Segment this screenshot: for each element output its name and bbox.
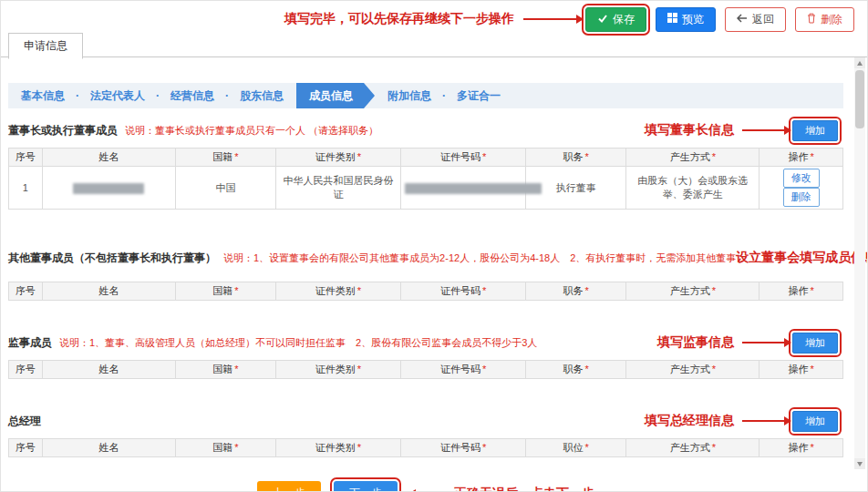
section-header-left: 总经理 [8,414,41,429]
required-star: * [811,442,814,453]
section-header-right: 填写监事信息增加 [657,333,843,354]
section-annotation-arrow [742,420,784,422]
tab-application-info[interactable]: 申请信息 [8,33,83,59]
footer-nav: 上一步 下一步 正确无误后，点击下一步 [8,481,843,492]
column-header: 国籍* [175,282,275,301]
column-header-label: 序号 [16,151,36,162]
column-header: 国籍* [175,439,275,457]
column-header-label: 证件号码 [440,285,480,296]
column-header-label: 姓名 [98,285,119,296]
scroll-up-arrow-icon[interactable] [854,57,865,68]
save-button[interactable]: 保存 [585,7,646,32]
table-cell [401,167,526,210]
vertical-scrollbar[interactable] [854,57,865,469]
section-header-right: 填写董事长信息增加 [645,120,843,141]
column-header-label: 产生方式 [670,151,710,162]
step-2[interactable]: 法定代表人 [90,88,145,104]
back-button[interactable]: 返回 [725,7,786,32]
preview-button[interactable]: 预览 [656,7,716,32]
section-annotation-text: 填写董事长信息 [645,122,734,138]
add-member-button[interactable]: 增加 [792,411,838,432]
step-separator: · [156,89,160,102]
add-member-button[interactable]: 增加 [792,333,838,354]
table-header-row: 序号姓名国籍*证件类别*证件号码*职务*产生方式*操作* [9,282,843,301]
check-icon [597,13,608,26]
required-star: * [357,285,361,296]
section-header: 总经理填写总经理信息增加 [8,410,843,432]
column-header-label: 序号 [16,364,36,374]
section-note: 说明：董事长或执行董事成员只有一个人 （请选择职务） [125,124,378,138]
add-member-button[interactable]: 增加 [792,120,838,141]
column-header: 操作* [760,282,843,301]
step-3[interactable]: 经营信息 [170,88,214,104]
section-header-right: 填写总经理信息增加 [645,411,843,432]
column-header: 操作* [760,439,843,457]
required-star: * [712,151,716,162]
step-7[interactable]: 多证合一 [457,88,501,104]
column-header: 产生方式* [626,439,760,457]
step-1[interactable]: 基本信息 [21,88,65,104]
column-header-label: 序号 [16,442,36,453]
required-star: * [482,442,486,453]
save-annotation-text: 填写完毕，可以先保存再继续下一步操作 [284,11,514,27]
section-note: 说明：1、董事、高级管理人员（如总经理）不可以同时担任监事 2、股份有限公司监事… [59,336,537,350]
cell-text: 1 [23,182,28,193]
step-6[interactable]: 附加信息 [388,88,431,104]
back-button-label: 返回 [752,12,774,27]
column-header: 证件号码* [401,439,526,457]
column-header: 证件号码* [401,282,526,301]
delete-row-button[interactable]: 删除 [783,188,820,207]
column-header-label: 职务 [563,364,584,374]
column-header-label: 证件类别 [315,442,356,453]
column-header: 国籍* [175,149,275,167]
members-table-1: 序号姓名国籍*证件类别*证件号码*职务*产生方式*操作*1中国中华人民共和国居民… [8,148,843,210]
member-section-1: 董事长或执行董事成员说明：董事长或执行董事成员只有一个人 （请选择职务）填写董事… [8,119,843,210]
column-header-label: 证件类别 [315,364,356,374]
next-step-button[interactable]: 下一步 [334,481,398,492]
required-star: * [712,442,716,453]
delete-button-label: 删除 [821,12,842,27]
content-area: 基本信息·法定代表人·经营信息·股东信息成员信息附加信息·多证合一 董事长或执行… [1,83,867,492]
steps-nav: 基本信息·法定代表人·经营信息·股东信息成员信息附加信息·多证合一 [8,83,843,108]
column-header: 证件类别* [275,282,400,301]
previous-step-button[interactable]: 上一步 [257,481,321,492]
column-header: 产生方式* [626,282,760,301]
column-header: 序号 [9,282,43,301]
column-header-label: 产生方式 [670,442,710,453]
scrollbar-thumb[interactable] [855,70,864,128]
sections: 董事长或执行董事成员说明：董事长或执行董事成员只有一个人 （请选择职务）填写董事… [8,119,843,457]
section-header-right: 设立董事会填写成员信息增加 [736,241,868,275]
trash-icon [807,13,816,26]
step-5[interactable]: 成员信息 [296,83,375,108]
members-table-4: 序号姓名国籍*证件类别*证件号码*职位*产生方式*操作* [8,438,843,457]
column-header-label: 证件号码 [440,442,480,453]
step-4[interactable]: 股东信息 [240,88,284,104]
section-annotation-arrow [742,129,784,131]
redacted-name [73,183,144,194]
column-header: 操作* [760,361,843,379]
member-section-2: 其他董事成员（不包括董事长和执行董事）说明：1、设置董事会的有限公司其他董事成员… [8,241,843,301]
required-star: * [482,151,486,162]
member-section-4: 总经理填写总经理信息增加序号姓名国籍*证件类别*证件号码*职位*产生方式*操作* [8,410,843,457]
section-note: 说明：1、设置董事会的有限公司其他董事成员为2-12人，股份公司为4-18人 2… [223,251,736,265]
member-section-3: 监事成员说明：1、董事、高级管理人员（如总经理）不可以同时担任监事 2、股份有限… [8,332,843,379]
scroll-down-arrow-icon[interactable] [854,458,865,469]
required-star: * [357,442,361,453]
column-header: 职务* [526,361,626,379]
toolbar: 填写完毕，可以先保存再继续下一步操作 保存 预览 返回 删除 [1,1,867,32]
section-annotation-text: 填写总经理信息 [645,413,734,429]
section-header: 其他董事成员（不包括董事长和执行董事）说明：1、设置董事会的有限公司其他董事成员… [8,241,843,275]
column-header-label: 国籍 [212,442,232,453]
required-star: * [585,442,589,453]
edit-row-button[interactable]: 修改 [783,169,820,188]
section-annotation-arrow [742,342,784,343]
back-arrow-icon [737,13,748,26]
column-header: 姓名 [42,361,175,379]
required-star: * [811,364,814,374]
column-header-label: 国籍 [212,364,232,374]
step-separator: · [442,89,446,102]
required-star: * [585,151,589,162]
required-star: * [712,285,716,296]
delete-button[interactable]: 删除 [795,7,854,32]
table-header-row: 序号姓名国籍*证件类别*证件号码*职务*产生方式*操作* [9,149,843,167]
